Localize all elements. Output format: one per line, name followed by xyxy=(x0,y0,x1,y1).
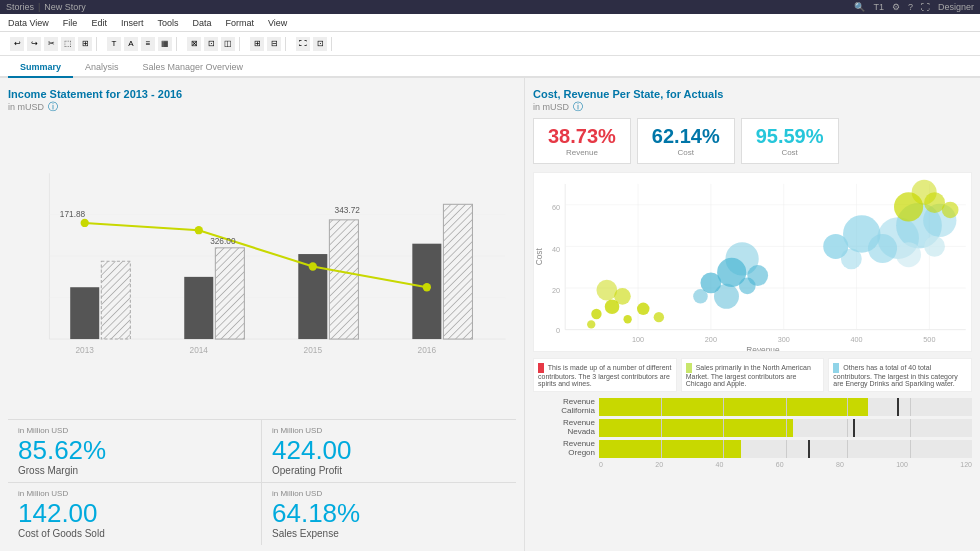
toolbar-btn-2[interactable]: ↪ xyxy=(27,37,41,51)
menu-bar: Data View File Edit Insert Tools Data Fo… xyxy=(0,14,980,32)
bubble-kpi-label-2: Cost xyxy=(756,148,824,157)
kpi-operating-profit: in Million USD 424.00 Operating Profit xyxy=(262,420,516,483)
fullscreen-icon[interactable]: ⛶ xyxy=(921,2,930,12)
right-panel: Cost, Revenue Per State, for Actuals in … xyxy=(525,78,980,551)
menu-data[interactable]: Data xyxy=(192,18,211,28)
left-chart-subtitle: in mUSD ⓘ xyxy=(8,100,516,114)
svg-text:100: 100 xyxy=(632,335,644,344)
bubble-yellow-8 xyxy=(596,280,617,301)
bar-rows: RevenueCalifornia RevenueNevada xyxy=(533,398,972,468)
kpi-label-0: in Million USD xyxy=(18,426,251,435)
toolbar-btn-13[interactable]: ⊞ xyxy=(250,37,264,51)
bar-row-2: RevenueOregon xyxy=(533,440,972,458)
bubble-kpi-cost-2: 95.59% Cost xyxy=(741,118,839,164)
tab-summary[interactable]: Summary xyxy=(8,58,73,78)
bubble-blue-4 xyxy=(714,284,739,309)
svg-text:0: 0 xyxy=(556,326,560,335)
left-chart-title: Income Statement for 2013 - 2016 xyxy=(8,88,516,100)
menu-file[interactable]: File xyxy=(63,18,78,28)
bar-fill-1 xyxy=(599,419,793,437)
bar-marker-0 xyxy=(897,398,899,416)
kpi-value-1: 424.00 xyxy=(272,437,506,463)
kpi-value-2: 142.00 xyxy=(18,500,251,526)
svg-text:300: 300 xyxy=(778,335,790,344)
svg-text:60: 60 xyxy=(552,203,560,212)
kpi-gross-margin: in Million USD 85.62% Gross Margin xyxy=(8,420,262,483)
svg-text:500: 500 xyxy=(923,335,935,344)
annotation-2: 343.72 xyxy=(335,205,361,215)
search-icon[interactable]: 🔍 xyxy=(854,2,865,12)
bubble-chart: 20 40 60 0 100 200 300 400 500 Revenue C… xyxy=(533,172,972,352)
bubble-yellow-6 xyxy=(654,312,664,322)
line-dot-2 xyxy=(195,226,203,234)
toolbar-btn-6[interactable]: T xyxy=(107,37,121,51)
kpi-name-2: Cost of Goods Sold xyxy=(18,528,251,539)
toolbar-btn-4[interactable]: ⬚ xyxy=(61,37,75,51)
legend-color-2 xyxy=(833,363,839,373)
kpi-value-3: 64.18% xyxy=(272,500,506,526)
toolbar-btn-7[interactable]: A xyxy=(124,37,138,51)
new-story-link[interactable]: New Story xyxy=(44,2,86,12)
legend-color-0 xyxy=(538,363,544,373)
bar-marker-2 xyxy=(808,440,810,458)
svg-text:400: 400 xyxy=(850,335,862,344)
toolbar-btn-3[interactable]: ✂ xyxy=(44,37,58,51)
bubble-kpi-revenue: 38.73% Revenue xyxy=(533,118,631,164)
toolbar-btn-5[interactable]: ⊞ xyxy=(78,37,92,51)
menu-data-view[interactable]: Data View xyxy=(8,18,49,28)
legend-row: This is made up of a number of different… xyxy=(533,358,972,392)
bubble-yellow-5 xyxy=(587,320,595,328)
bar-row-label-2: RevenueOregon xyxy=(533,440,595,458)
bubble-kpi-cost-1: 62.14% Cost xyxy=(637,118,735,164)
legend-item-1: Sales primarily in the North American Ma… xyxy=(681,358,825,392)
bubble-blue-7 xyxy=(725,242,758,275)
kpi-label-2: in Million USD xyxy=(18,489,251,498)
bar-track-1 xyxy=(599,419,972,437)
toolbar-btn-1[interactable]: ↩ xyxy=(10,37,24,51)
menu-view[interactable]: View xyxy=(268,18,287,28)
toolbar-btn-15[interactable]: ⛶ xyxy=(296,37,310,51)
info-icon[interactable]: ⓘ xyxy=(48,100,58,114)
svg-text:40: 40 xyxy=(552,245,560,254)
menu-format[interactable]: Format xyxy=(225,18,254,28)
help-icon[interactable]: ? xyxy=(908,2,913,12)
toolbar-btn-11[interactable]: ⊡ xyxy=(204,37,218,51)
menu-tools[interactable]: Tools xyxy=(157,18,178,28)
bar-fill-2 xyxy=(599,440,741,458)
settings-icon[interactable]: ⚙ xyxy=(892,2,900,12)
svg-text:Revenue: Revenue xyxy=(746,345,780,351)
bubble-chart-svg: 20 40 60 0 100 200 300 400 500 Revenue C… xyxy=(534,173,971,351)
svg-text:Cost: Cost xyxy=(534,248,544,266)
svg-text:200: 200 xyxy=(705,335,717,344)
bar-axis: 0 20 40 60 80 100 120 xyxy=(599,461,972,468)
bar-row-1: RevenueNevada xyxy=(533,419,972,437)
bar-chart-svg: 326.00 343.72 171.88 2013 2014 2015 2016 xyxy=(8,120,516,413)
info-icon-right[interactable]: ⓘ xyxy=(573,100,583,114)
bubble-teal-4 xyxy=(841,248,862,269)
bubble-teal-9 xyxy=(924,236,945,257)
bubble-yellow-4 xyxy=(637,303,649,315)
toolbar-btn-9[interactable]: ▦ xyxy=(158,37,172,51)
toolbar-btn-8[interactable]: ≡ xyxy=(141,37,155,51)
kpi-name-0: Gross Margin xyxy=(18,465,251,476)
menu-insert[interactable]: Insert xyxy=(121,18,144,28)
toolbar-btn-14[interactable]: ⊟ xyxy=(267,37,281,51)
toolbar-btn-10[interactable]: ⊠ xyxy=(187,37,201,51)
bubble-kpi-value-0: 38.73% xyxy=(548,125,616,148)
legend-color-1 xyxy=(686,363,692,373)
bar-row-label-1: RevenueNevada xyxy=(533,419,595,437)
toolbar-btn-12[interactable]: ◫ xyxy=(221,37,235,51)
menu-edit[interactable]: Edit xyxy=(91,18,107,28)
legend-item-0: This is made up of a number of different… xyxy=(533,358,677,392)
line-dot-1 xyxy=(81,219,89,227)
line-dot-4 xyxy=(423,283,431,291)
tab-analysis[interactable]: Analysis xyxy=(73,58,131,78)
line-chart xyxy=(85,223,427,287)
kpi-name-3: Sales Expense xyxy=(272,528,506,539)
tab-sales-manager[interactable]: Sales Manager Overview xyxy=(131,58,256,78)
stories-link[interactable]: Stories xyxy=(6,2,34,12)
kpi-value-0: 85.62% xyxy=(18,437,251,463)
bar-track-2 xyxy=(599,440,972,458)
right-chart-title: Cost, Revenue Per State, for Actuals xyxy=(533,88,972,100)
toolbar-btn-16[interactable]: ⊡ xyxy=(313,37,327,51)
